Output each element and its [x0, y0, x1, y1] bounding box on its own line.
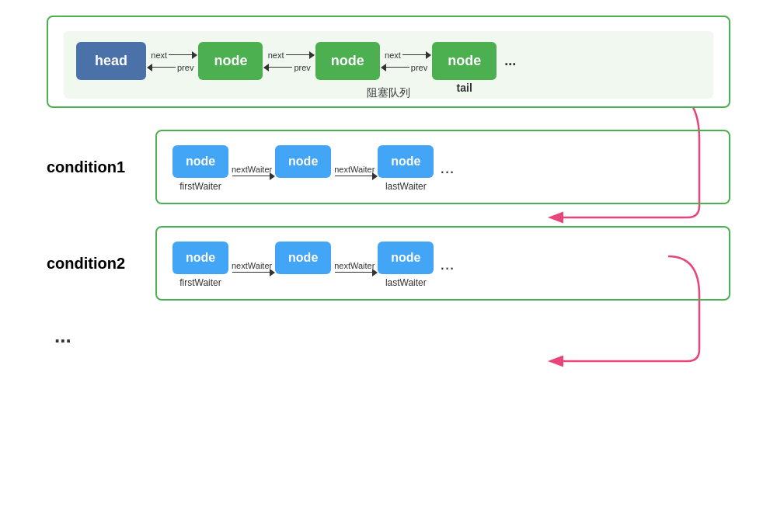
- condition2-box: node firstWaiter nextWaiter node nextWai…: [155, 226, 730, 301]
- condition1-arrow2: nextWaiter: [334, 165, 375, 193]
- arrow-next-3: next: [385, 50, 427, 60]
- prev-arrow-1: [151, 67, 176, 68]
- blocking-queue-section: head next prev node next: [47, 16, 730, 108]
- arrow-prev-3: prev: [385, 63, 427, 72]
- condition1-node3-wrapper: node lastWaiter: [378, 145, 434, 192]
- condition1-next-waiter-2: nextWaiter: [334, 165, 375, 174]
- prev-arrow-3: [385, 67, 409, 68]
- condition2-dots: ...: [440, 254, 454, 288]
- next-label-2: next: [268, 50, 284, 60]
- condition1-node2-spacer: [302, 181, 305, 192]
- prev-label-1: prev: [177, 63, 193, 72]
- condition2-node1: node: [172, 242, 228, 274]
- arrow-next-1: next: [151, 50, 193, 60]
- node-green-3-wrapper: node tail: [432, 42, 497, 80]
- next-arrow-1: [169, 54, 193, 56]
- bottom-ellipsis: ...: [54, 324, 730, 348]
- node-green-2-wrapper: node: [315, 42, 380, 80]
- prev-arrow-2: [267, 67, 292, 68]
- condition2-node2-spacer: [302, 277, 305, 288]
- condition2-node1-wrapper: node firstWaiter: [172, 242, 228, 288]
- condition1-dots: ...: [440, 158, 454, 192]
- condition2-arrow1: nextWaiter: [232, 261, 272, 289]
- condition2-next-waiter-2: nextWaiter: [334, 261, 375, 270]
- next-label-1: next: [151, 50, 167, 60]
- condition2-row: condition2 node firstWaiter nextWaiter n…: [47, 226, 730, 301]
- condition1-node3: node: [378, 145, 434, 178]
- condition1-node1-wrapper: node firstWaiter: [172, 145, 228, 192]
- node-green-2: node: [315, 42, 380, 80]
- condition2-arrow2: nextWaiter: [334, 261, 375, 289]
- diagram: head next prev node next: [47, 16, 730, 348]
- condition1-arrow2-line: [335, 176, 374, 177]
- condition1-label: condition1: [47, 158, 148, 176]
- arrow-group-1: next prev: [151, 50, 193, 72]
- condition2-label: condition2: [47, 255, 148, 273]
- condition2-arrow2-line: [335, 272, 374, 273]
- condition1-next-waiter-1: nextWaiter: [232, 165, 272, 174]
- arrow-prev-2: prev: [267, 63, 310, 72]
- arrow-group-3: next prev: [385, 50, 427, 72]
- next-arrow-3: [402, 54, 427, 56]
- condition2-node2: node: [275, 242, 331, 274]
- next-arrow-2: [286, 54, 311, 56]
- arrow-prev-1: prev: [151, 63, 193, 72]
- top-dots: ...: [504, 53, 516, 69]
- condition2-node3-wrapper: node lastWaiter: [378, 242, 434, 288]
- condition2-next-waiter-1: nextWaiter: [232, 261, 272, 270]
- condition2-arrow1-line: [232, 272, 271, 273]
- condition2-node2-wrapper: node: [275, 242, 331, 288]
- head-node: head: [76, 42, 146, 80]
- condition1-arrow1-line: [232, 176, 271, 177]
- blocking-queue-label: 阻塞队列: [367, 86, 410, 100]
- node-green-1: node: [198, 42, 263, 80]
- prev-label-2: prev: [294, 63, 310, 72]
- condition1-box: node firstWaiter nextWaiter node nextWai…: [155, 130, 730, 204]
- arrow-group-2: next prev: [267, 50, 310, 72]
- condition2-node3: node: [378, 242, 434, 274]
- condition2-last-waiter: lastWaiter: [385, 277, 427, 288]
- condition1-node2: node: [275, 145, 331, 178]
- next-label-3: next: [385, 50, 401, 60]
- condition2-first-waiter: firstWaiter: [179, 277, 221, 288]
- condition1-row: condition1 node firstWaiter nextWaiter n…: [47, 130, 730, 204]
- condition1-last-waiter: lastWaiter: [385, 181, 427, 192]
- arrow-next-2: next: [268, 50, 311, 60]
- tail-label: tail: [457, 82, 472, 94]
- condition1-node1: node: [172, 145, 228, 178]
- condition1-node2-wrapper: node: [275, 145, 331, 192]
- condition1-arrow1: nextWaiter: [232, 165, 272, 193]
- node-green-1-wrapper: node: [198, 42, 263, 80]
- prev-label-3: prev: [411, 63, 427, 72]
- condition1-first-waiter: firstWaiter: [179, 181, 221, 192]
- node-green-3: node: [432, 42, 497, 80]
